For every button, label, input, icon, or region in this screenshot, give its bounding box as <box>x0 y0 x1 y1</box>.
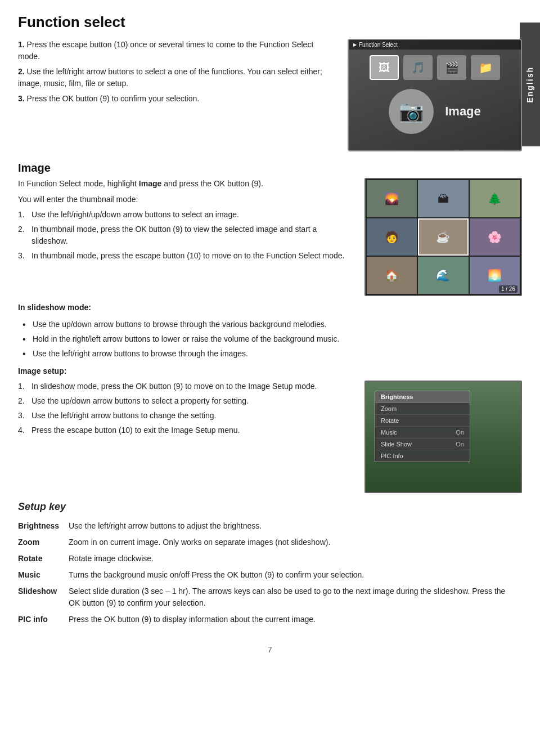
image-step-3: 3. In thumbnail mode, press the escape b… <box>18 250 353 262</box>
menu-item-slideshow: Slide Show On <box>375 439 470 450</box>
thumb-7: 🏠 <box>367 257 417 294</box>
slideshow-bullets: Use the up/down arrow buttons to browse … <box>22 319 522 360</box>
setup-key-table: Brightness Use the left/right arrow butt… <box>18 518 522 628</box>
thumb-8: 🌊 <box>418 257 468 294</box>
function-label: Image <box>445 104 481 119</box>
slideshow-bullet-2: Hold in the right/left arrow buttons to … <box>22 333 522 345</box>
setup-key-music: Music Turns the background music on/off … <box>18 567 522 584</box>
setup-menu: Brightness Zoom Rotate Music On <box>375 391 470 462</box>
function-select-screenshot: Function Select 🖼 🎵 🎬 📁 📷 Image <box>348 39 522 151</box>
image-heading: Image <box>18 162 522 175</box>
function-main-area: 📷 Image <box>349 84 521 138</box>
image-steps-list: 1. Use the left/right/up/down arrow butt… <box>18 209 353 262</box>
function-icons-row: 🖼 🎵 🎬 📁 <box>349 50 521 84</box>
slideshow-heading: In slideshow mode: <box>18 302 522 314</box>
thumbnail-counter: 1 / 26 <box>499 285 518 293</box>
step-1: 1. Press the escape button (10) once or … <box>18 39 336 62</box>
setup-screen-wrapper: Brightness Zoom Rotate Music On <box>364 381 522 493</box>
thumbnail-mode-intro: You will enter the thumbnail mode: <box>18 194 353 206</box>
top-section: 1. Press the escape button (10) once or … <box>18 39 522 151</box>
step-3: 3. Press the OK button (9) to confirm yo… <box>18 93 336 105</box>
thumb-4: 🧑 <box>367 218 417 256</box>
image-icon: 🖼 <box>370 55 399 80</box>
page-container: English Function select 1. Press the esc… <box>0 0 540 756</box>
screen-title-bar: Function Select <box>349 40 521 50</box>
slideshow-bullet-1: Use the up/down arrow buttons to browse … <box>22 319 522 330</box>
setup-key-brightness: Brightness Use the left/right arrow butt… <box>18 518 522 535</box>
image-text: In Function Select mode, highlight Image… <box>18 178 353 296</box>
setup-key-title: Setup key <box>18 501 522 513</box>
language-sidebar: English <box>520 23 540 146</box>
menu-item-music: Music On <box>375 427 470 439</box>
setup-key-slideshow: Slideshow Select slide duration (3 sec –… <box>18 584 522 612</box>
page-title: Function select <box>18 14 522 31</box>
menu-item-rotate: Rotate <box>375 415 470 427</box>
function-select-text: 1. Press the escape button (10) once or … <box>18 39 336 151</box>
image-section: In Function Select mode, highlight Image… <box>18 178 522 296</box>
thumbnail-grid-wrapper: 🌄 🏔 🌲 🧑 ☕ 🌸 🏠 🌊 🌅 1 / 26 <box>364 178 522 296</box>
camera-graphic: 📷 <box>389 89 434 134</box>
setup-step-4: 4. Press the escape button (10) to exit … <box>18 424 353 436</box>
image-step-1: 1. Use the left/right/up/down arrow butt… <box>18 209 353 221</box>
image-step-2: 2. In thumbnail mode, press the OK butto… <box>18 223 353 247</box>
thumb-3: 🌲 <box>470 180 520 217</box>
menu-item-zoom: Zoom <box>375 403 470 415</box>
thumb-5: ☕ <box>418 218 468 256</box>
function-select-screen: Function Select 🖼 🎵 🎬 📁 📷 Image <box>348 39 522 151</box>
step-2: 2. Use the left/right arrow buttons to s… <box>18 66 336 90</box>
setup-screen: Brightness Zoom Rotate Music On <box>364 381 522 493</box>
setup-key-section: Setup key Brightness Use the left/right … <box>18 501 522 628</box>
thumb-1: 🌄 <box>367 180 417 217</box>
setup-key-zoom: Zoom Zoom in on current image. Only work… <box>18 535 522 551</box>
image-setup-section: 1. In slideshow mode, press the OK butto… <box>18 381 522 493</box>
film-icon: 🎬 <box>437 55 466 80</box>
setup-step-1: 1. In slideshow mode, press the OK butto… <box>18 381 353 392</box>
image-intro: In Function Select mode, highlight Image… <box>18 178 353 190</box>
thumb-6: 🌸 <box>470 218 520 256</box>
menu-item-brightness: Brightness <box>375 391 470 403</box>
setup-steps-list: 1. In slideshow mode, press the OK butto… <box>18 381 353 436</box>
page-number: 7 <box>18 645 522 654</box>
language-label: English <box>525 66 534 103</box>
setup-steps-text: 1. In slideshow mode, press the OK butto… <box>18 381 353 493</box>
file-icon: 📁 <box>471 55 500 80</box>
thumb-2: 🏔 <box>418 180 468 217</box>
slideshow-bullet-3: Use the left/right arrow buttons to brow… <box>22 348 522 360</box>
setup-key-rotate: Rotate Rotate image clockwise. <box>18 551 522 567</box>
image-setup-heading: Image setup: <box>18 365 522 378</box>
menu-item-picinfo: PIC Info <box>375 450 470 462</box>
music-icon: 🎵 <box>403 55 433 80</box>
thumbnail-grid: 🌄 🏔 🌲 🧑 ☕ 🌸 🏠 🌊 🌅 1 / 26 <box>364 178 522 296</box>
setup-step-2: 2. Use the up/down arrow buttons to sele… <box>18 395 353 407</box>
setup-step-3: 3. Use the left/right arrow buttons to c… <box>18 410 353 422</box>
setup-key-picinfo: PIC info Press the OK button (9) to disp… <box>18 612 522 628</box>
